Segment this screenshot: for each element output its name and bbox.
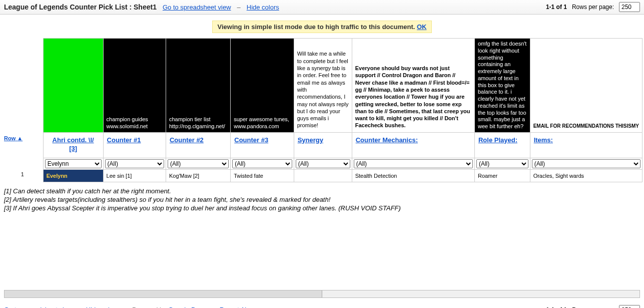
horizontal-scrollbar[interactable] xyxy=(4,290,640,298)
powered-by-label: Powered by xyxy=(132,306,168,308)
filter-select-counter3[interactable]: (All) xyxy=(232,159,292,168)
black-cell-pandora: super awesome tunes, www.pandora.com xyxy=(231,39,294,133)
black-cell-guides: champion guides www.solomid.net xyxy=(103,39,166,133)
green-cell xyxy=(43,39,103,133)
cell-counter1: Lee sin [1] xyxy=(103,169,166,182)
top-bar: League of Legends Counter Pick List : Sh… xyxy=(0,0,644,15)
separator: – xyxy=(78,306,81,308)
col-head-mechanics-link[interactable]: Counter Mechanics: xyxy=(353,133,474,149)
top-bar-right: 1-1 of 1 Rows per page: xyxy=(546,2,640,12)
footnote-3: [3] If Ahri goes Abyssal Scepter it is i… xyxy=(4,204,640,212)
col-head-role[interactable]: Role Played: xyxy=(474,132,530,158)
row-header-label: Row xyxy=(4,135,16,141)
col-head-ahri-link[interactable]: Ahri contd. \l/ xyxy=(44,133,103,145)
col-head-ahri-note[interactable]: [3] xyxy=(44,145,103,157)
filter-row-empty xyxy=(2,158,43,169)
separator: – xyxy=(124,306,127,308)
rows-per-page-input[interactable] xyxy=(619,2,640,12)
col-head-synergy[interactable]: Synergy xyxy=(294,132,352,158)
black-cell-omfg: omfg the list doesn't look right without… xyxy=(474,39,530,133)
black-cell-tierlist: champion tier list http://rog.clgaming.n… xyxy=(166,39,230,133)
filter-select-champion[interactable]: Evelynn xyxy=(45,159,102,168)
col-head-ahri[interactable]: Ahri contd. \l/ [3] xyxy=(43,132,103,158)
google-docs-link[interactable]: Google Docs xyxy=(168,306,206,308)
column-header-row: Row ▲ Ahri contd. \l/ [3] Counter #1 Cou… xyxy=(2,132,642,158)
row-header[interactable]: Row ▲ xyxy=(2,132,43,158)
notice-text: Viewing in simple list mode due to high … xyxy=(218,23,417,31)
note-row-empty xyxy=(2,39,43,133)
top-bar-left: League of Legends Counter Pick List : Sh… xyxy=(4,3,279,11)
filter-select-counter1[interactable]: (All) xyxy=(105,159,164,168)
cell-champion: Evelynn xyxy=(43,169,103,182)
col-head-items-link[interactable]: Items: xyxy=(531,133,641,149)
col-head-ahri-text: Ahri contd. \l/ xyxy=(53,136,94,144)
col-head-counter1-link[interactable]: Counter #1 xyxy=(104,133,165,149)
sort-asc-icon: ▲ xyxy=(17,135,23,141)
page-info: 1-1 of 1 xyxy=(546,4,567,11)
notice-ok-link[interactable]: OK xyxy=(417,23,427,31)
notice: Viewing in simple list mode due to high … xyxy=(212,21,432,33)
cell-counter2: Kog'Maw [2] xyxy=(166,169,230,182)
hide-colors-link[interactable]: Hide colors xyxy=(247,4,279,11)
row-number: 1 xyxy=(2,169,43,182)
notice-bar: Viewing in simple list mode due to high … xyxy=(0,15,644,38)
footer-hide-colors-link[interactable]: Hide colors xyxy=(86,306,119,308)
cell-counter3: Twisted fate xyxy=(231,169,294,182)
col-head-counter2[interactable]: Counter #2 xyxy=(166,132,230,158)
col-head-counter3[interactable]: Counter #3 xyxy=(231,132,294,158)
footnote-1: [1] Can detect stealth if you catch her … xyxy=(4,187,640,195)
rows-per-page-label: Rows per page: xyxy=(572,4,614,11)
separator: – xyxy=(237,4,241,11)
data-row: 1 Evelynn Lee sin [1] Kog'Maw [2] Twiste… xyxy=(2,169,642,182)
note-cell-email: EMAIL FOR RECOMMENDATIONS THISISMY xyxy=(530,39,642,133)
grid: champion guides www.solomid.net champion… xyxy=(0,38,644,182)
note-cell-synergy: Will take me a while to complete but I f… xyxy=(294,39,352,133)
col-head-mechanics[interactable]: Counter Mechanics: xyxy=(352,132,474,158)
filter-select-counter2[interactable]: (All) xyxy=(168,159,229,168)
col-head-counter3-link[interactable]: Counter #3 xyxy=(231,133,293,149)
col-head-items[interactable]: Items: xyxy=(530,132,642,158)
note-row: champion guides www.solomid.net champion… xyxy=(2,39,642,133)
filter-select-mechanics[interactable]: (All) xyxy=(354,159,473,168)
bottom-bar: Go to spreadsheet view – Hide colors – P… xyxy=(0,302,644,308)
footer-goto-spreadsheet-link[interactable]: Go to spreadsheet view xyxy=(4,306,73,308)
powered-by: Powered by Google Docs xyxy=(132,306,206,308)
footnote-2: [2] Artilery reveals targets(including s… xyxy=(4,196,640,203)
filter-select-synergy[interactable]: (All) xyxy=(296,159,350,168)
col-head-role-link[interactable]: Role Played: xyxy=(475,133,529,149)
filter-row: Evelynn (All) (All) (All) (All) (All) (A… xyxy=(2,158,642,169)
footer-rows-per-page-input[interactable] xyxy=(619,305,640,308)
separator: – xyxy=(211,306,215,308)
cell-items: Oracles, Sight wards xyxy=(530,169,642,182)
col-head-synergy-link[interactable]: Synergy xyxy=(295,133,351,149)
cell-mechanics: Stealth Detection xyxy=(352,169,474,182)
goto-spreadsheet-link[interactable]: Go to spreadsheet view xyxy=(163,4,231,11)
filter-select-role[interactable]: (All) xyxy=(476,159,528,168)
report-abuse-link[interactable]: Report Abuse xyxy=(220,306,259,308)
col-head-counter2-link[interactable]: Counter #2 xyxy=(167,133,230,149)
scrollbar-thumb[interactable] xyxy=(5,290,322,297)
cell-role: Roamer xyxy=(474,169,530,182)
page-title: League of Legends Counter Pick List : Sh… xyxy=(4,3,157,11)
bottom-bar-left: Go to spreadsheet view – Hide colors – P… xyxy=(4,306,259,308)
col-head-counter1[interactable]: Counter #1 xyxy=(103,132,166,158)
filter-select-items[interactable]: (All) xyxy=(532,159,640,168)
cell-synergy xyxy=(294,169,352,182)
footnotes: [1] Can detect stealth if you catch her … xyxy=(0,182,644,215)
bottom-bar-right: 1-1 of 1 Rows per page: xyxy=(546,305,640,308)
note-cell-mechanics: Everyone should buy wards not just suppo… xyxy=(352,39,474,133)
